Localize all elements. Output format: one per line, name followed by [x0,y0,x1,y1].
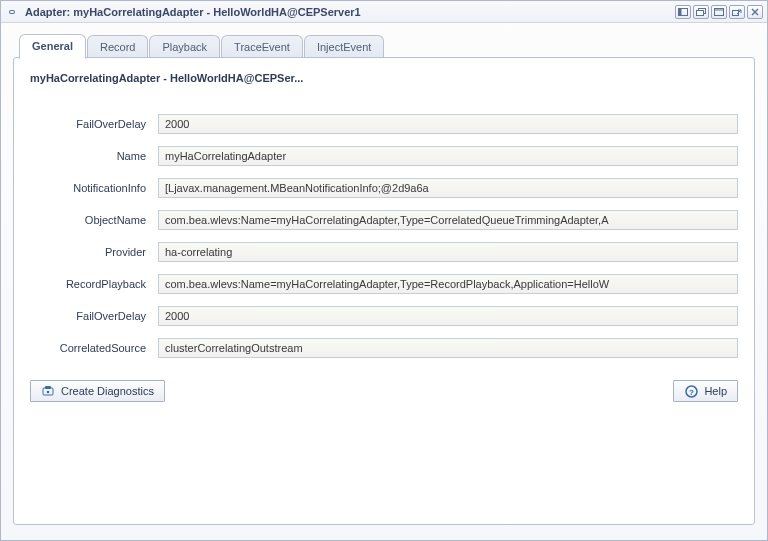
button-label: Create Diagnostics [61,385,154,397]
link-icon [5,5,19,19]
svg-point-9 [47,391,50,394]
tab-label: InjectEvent [317,41,371,53]
field-failoverdelay-2: FailOverDelay 2000 [30,306,738,326]
field-objectname: ObjectName com.bea.wlevs:Name=myHaCorrel… [30,210,738,230]
svg-rect-6 [733,10,739,15]
field-value[interactable]: [Ljavax.management.MBeanNotificationInfo… [158,178,738,198]
tab-label: TraceEvent [234,41,290,53]
window-title: Adapter: myHaCorrelatingAdapter - HelloW… [25,6,675,18]
help-button[interactable]: ? Help [673,380,738,402]
tab-general[interactable]: General [19,34,86,59]
field-label: NotificationInfo [30,182,158,194]
diagnostics-icon [41,384,55,398]
tab-playback[interactable]: Playback [149,35,220,59]
button-label: Help [704,385,727,397]
create-diagnostics-button[interactable]: Create Diagnostics [30,380,165,402]
field-label: Name [30,150,158,162]
field-label: Provider [30,246,158,258]
general-panel: myHaCorrelatingAdapter - HelloWorldHA@CE… [13,57,755,525]
field-value[interactable]: 2000 [158,306,738,326]
field-correlatedsource: CorrelatedSource clusterCorrelatingOutst… [30,338,738,358]
field-label: RecordPlayback [30,278,158,290]
field-value[interactable]: com.bea.wlevs:Name=myHaCorrelatingAdapte… [158,274,738,294]
field-label: CorrelatedSource [30,342,158,354]
field-provider: Provider ha-correlating [30,242,738,262]
field-name: Name myHaCorrelatingAdapter [30,146,738,166]
svg-rect-0 [679,8,688,15]
restore-button[interactable] [693,5,709,19]
svg-rect-2 [699,8,706,13]
field-failoverdelay: FailOverDelay 2000 [30,114,738,134]
panel-actions: Create Diagnostics ? Help [30,380,738,402]
svg-rect-4 [715,8,724,15]
titlebar: Adapter: myHaCorrelatingAdapter - HelloW… [1,1,767,23]
tab-label: Playback [162,41,207,53]
svg-text:?: ? [689,387,694,396]
tab-injectevent[interactable]: InjectEvent [304,35,384,59]
panel-heading: myHaCorrelatingAdapter - HelloWorldHA@CE… [30,72,738,84]
field-recordplayback: RecordPlayback com.bea.wlevs:Name=myHaCo… [30,274,738,294]
field-label: ObjectName [30,214,158,226]
field-value[interactable]: ha-correlating [158,242,738,262]
window-body: General Record Playback TraceEvent Injec… [1,23,767,540]
tab-traceevent[interactable]: TraceEvent [221,35,303,59]
field-value[interactable]: com.bea.wlevs:Name=myHaCorrelatingAdapte… [158,210,738,230]
svg-rect-1 [679,8,682,15]
svg-rect-3 [697,10,704,15]
titlebar-buttons [675,5,763,19]
detach-button[interactable] [729,5,745,19]
field-label: FailOverDelay [30,118,158,130]
field-value[interactable]: 2000 [158,114,738,134]
field-notificationinfo: NotificationInfo [Ljavax.management.MBea… [30,178,738,198]
tab-label: Record [100,41,135,53]
field-value[interactable]: clusterCorrelatingOutstream [158,338,738,358]
help-icon: ? [684,384,698,398]
tab-bar: General Record Playback TraceEvent Injec… [19,33,755,58]
field-value[interactable]: myHaCorrelatingAdapter [158,146,738,166]
close-button[interactable] [747,5,763,19]
tab-record[interactable]: Record [87,35,148,59]
dock-left-button[interactable] [675,5,691,19]
field-label: FailOverDelay [30,310,158,322]
svg-rect-8 [45,386,51,389]
maximize-button[interactable] [711,5,727,19]
adapter-window: Adapter: myHaCorrelatingAdapter - HelloW… [0,0,768,541]
tab-label: General [32,40,73,52]
